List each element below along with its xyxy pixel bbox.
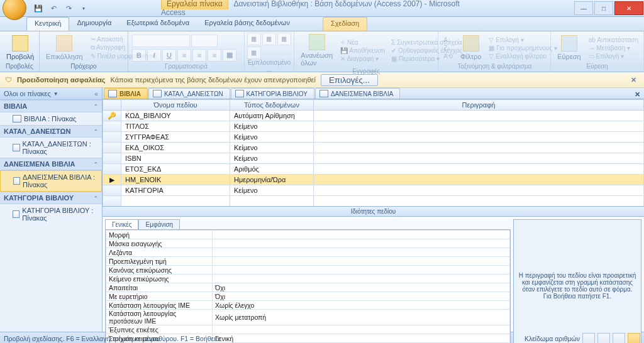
- field-row[interactable]: ΕΤΟΣ_ΕΚΔΑριθμός: [103, 164, 644, 175]
- underline-button[interactable]: U: [162, 49, 176, 62]
- view-design-button[interactable]: [628, 333, 640, 343]
- delete-record-button[interactable]: ✕ Διαγραφή ▾: [338, 55, 387, 63]
- sort-asc-button[interactable]: A↓: [441, 36, 455, 44]
- refresh-all-button[interactable]: Ανανέωση όλων: [297, 33, 336, 68]
- filter-button[interactable]: Φίλτρο: [457, 34, 485, 62]
- nav-header[interactable]: Ολοι οι πίνακες▼ «: [0, 88, 102, 100]
- document-tab[interactable]: ΔΑΝΕΙΣΜΕΝΑ ΒΙΒΛΙΑ: [315, 88, 401, 99]
- nav-group-header[interactable]: ΚΑΤΑΛ_ΔΑΝΕΙΣΤΩΝ⌃: [0, 125, 102, 138]
- field-row[interactable]: ▶ΗΜ_ΕΝΟΙΚΗμερομηνία/Ώρα: [103, 175, 644, 185]
- find-button[interactable]: Εύρεση: [553, 34, 584, 62]
- field-name-cell[interactable]: ΗΜ_ΕΝΟΙΚ: [121, 175, 230, 185]
- field-desc-cell[interactable]: [314, 153, 644, 164]
- view-pivotchart-button[interactable]: [613, 333, 625, 343]
- ribbon-tab-design[interactable]: Σχεδίαση: [323, 17, 367, 31]
- selection-filter-button[interactable]: ▽ Επιλογή ▾: [486, 36, 559, 44]
- security-options-button[interactable]: Επιλογές...: [321, 74, 378, 86]
- property-row[interactable]: Κείμενο επικύρωσης: [106, 275, 510, 283]
- view-pivottable-button[interactable]: [597, 333, 610, 343]
- document-close-button[interactable]: ✕: [631, 90, 644, 99]
- field-desc-cell[interactable]: [314, 164, 644, 175]
- view-datasheet-button[interactable]: [582, 333, 595, 343]
- property-value[interactable]: Όχι: [213, 283, 510, 292]
- decrease-indent-button[interactable]: ≣: [277, 33, 291, 45]
- col-description[interactable]: Περιγραφή: [314, 100, 644, 111]
- property-row[interactable]: Έξυπνες ετικέτες: [106, 325, 510, 334]
- nav-item[interactable]: ΚΑΤΑΛ_ΔΑΝΕΙΣΤΩΝ : Πίνακας: [0, 138, 102, 158]
- qat-redo-icon[interactable]: ↷: [62, 1, 75, 15]
- new-record-button[interactable]: ✧ Νέα: [338, 38, 387, 46]
- property-row[interactable]: Με ευρετήριοΌχι: [106, 292, 510, 301]
- property-value[interactable]: [213, 231, 510, 239]
- field-desc-cell[interactable]: [314, 132, 644, 143]
- fill-color-button[interactable]: ▦: [223, 49, 236, 62]
- field-name-cell[interactable]: ΚΑΤΗΓΟΡΙΑ: [121, 185, 230, 196]
- row-selector[interactable]: ▶: [103, 175, 121, 185]
- field-type-cell[interactable]: Κείμενο: [230, 132, 314, 143]
- property-row[interactable]: Μορφή: [106, 231, 510, 239]
- field-desc-cell[interactable]: [314, 185, 644, 196]
- security-close-button[interactable]: ✕: [628, 76, 639, 84]
- props-grid[interactable]: ΜορφήΜάσκα εισαγωγήςΛεζάνταΠροεπιλεγμένη…: [105, 229, 511, 343]
- ribbon-tab-create[interactable]: Δημιουργία: [69, 17, 119, 31]
- property-row[interactable]: Κατάσταση λειτουργίας IMEΧωρίς έλεγχο: [106, 301, 510, 310]
- field-desc-cell[interactable]: [314, 121, 644, 132]
- nav-item[interactable]: ΚΑΤΗΓΟΡΙΑ ΒΙΒΛΙΟΥ : Πίνακας: [0, 204, 102, 224]
- paste-button[interactable]: Επικόλληση: [42, 34, 87, 62]
- row-selector[interactable]: [103, 153, 121, 164]
- props-tab-general[interactable]: Γενικές: [105, 219, 138, 229]
- field-name-cell[interactable]: ΕΚΔ_ΟΙΚΟΣ: [121, 143, 230, 153]
- property-row[interactable]: ΑπαιτείταιΌχι: [106, 283, 510, 292]
- align-center-button[interactable]: ≡: [192, 49, 206, 62]
- document-tab[interactable]: ΒΙΒΛΙΑ: [104, 88, 148, 99]
- italic-button[interactable]: I: [147, 49, 161, 62]
- clear-sort-button[interactable]: A⟲: [441, 52, 455, 60]
- align-right-button[interactable]: ≡: [208, 49, 221, 62]
- field-type-cell[interactable]: Κείμενο: [230, 153, 314, 164]
- row-selector[interactable]: [103, 121, 121, 132]
- field-name-cell[interactable]: ΕΤΟΣ_ΕΚΔ: [121, 164, 230, 175]
- col-field-name[interactable]: Όνομα πεδίου: [121, 100, 230, 111]
- advanced-filter-button[interactable]: ▦ Για προχωρημένους ▾: [486, 44, 559, 52]
- property-row[interactable]: Λεζάντα: [106, 248, 510, 257]
- ribbon-tab-home[interactable]: Κεντρική: [26, 17, 69, 31]
- property-value[interactable]: [213, 239, 510, 248]
- view-button[interactable]: Προβολή: [3, 34, 38, 62]
- nav-group-header[interactable]: ΒΙΒΛΙΑ⌃: [0, 100, 102, 112]
- table-design-grid[interactable]: Όνομα πεδίου Τύπος δεδομένων Περιγραφή 🔑…: [103, 99, 644, 206]
- qat-save-icon[interactable]: 💾: [31, 1, 45, 15]
- nav-group-header[interactable]: ΚΑΤΗΓΟΡΙΑ ΒΙΒΛΙΟΥ⌃: [0, 192, 102, 204]
- nav-collapse-button[interactable]: «: [94, 90, 98, 97]
- field-desc-cell[interactable]: [314, 143, 644, 153]
- font-size-combo[interactable]: [191, 35, 218, 47]
- property-value[interactable]: Όχι: [213, 292, 510, 301]
- field-row[interactable]: ISBNΚείμενο: [103, 153, 644, 164]
- property-row[interactable]: Μάσκα εισαγωγής: [106, 239, 510, 248]
- field-type-cell[interactable]: Κείμενο: [230, 121, 314, 132]
- field-row[interactable]: ΕΚΔ_ΟΙΚΟΣΚείμενο: [103, 143, 644, 153]
- field-name-cell[interactable]: ISBN: [121, 153, 230, 164]
- property-row[interactable]: Κανόνας επικύρωσης: [106, 266, 510, 275]
- field-name-cell[interactable]: ΣΥΓΓΡΑΦΕΑΣ: [121, 132, 230, 143]
- field-name-cell[interactable]: ΚΩΔ_ΒΙΒΛΙΟΥ: [121, 111, 230, 121]
- property-value[interactable]: Χωρίς έλεγχο: [213, 301, 510, 310]
- field-type-cell[interactable]: Αυτόματη Αρίθμηση: [230, 111, 314, 121]
- window-restore-button[interactable]: □: [594, 1, 613, 15]
- property-value[interactable]: [213, 257, 510, 266]
- property-value[interactable]: [213, 266, 510, 275]
- field-row[interactable]: ΤΙΤΛΟΣΚείμενο: [103, 121, 644, 132]
- toggle-filter-button[interactable]: ▽ Εναλλαγή φίλτρου: [486, 52, 559, 60]
- row-selector[interactable]: 🔑: [103, 111, 121, 121]
- document-tab[interactable]: ΚΑΤΗΓΟΡΙΑ ΒΙΒΛΙΟΥ: [231, 88, 314, 99]
- increase-indent-button[interactable]: ≣: [247, 46, 261, 59]
- props-tab-lookup[interactable]: Εμφάνιση: [138, 219, 180, 229]
- row-selector[interactable]: [103, 185, 121, 196]
- row-selector[interactable]: [103, 143, 121, 153]
- numbering-button[interactable]: ≣: [262, 33, 276, 45]
- goto-button[interactable]: → Μετάβαση ▾: [586, 44, 641, 52]
- property-value[interactable]: [213, 248, 510, 257]
- property-value[interactable]: Γενική: [213, 334, 510, 343]
- qat-undo-icon[interactable]: ↶: [47, 1, 60, 15]
- field-type-cell[interactable]: Αριθμός: [230, 164, 314, 175]
- field-row[interactable]: ΣΥΓΓΡΑΦΕΑΣΚείμενο: [103, 132, 644, 143]
